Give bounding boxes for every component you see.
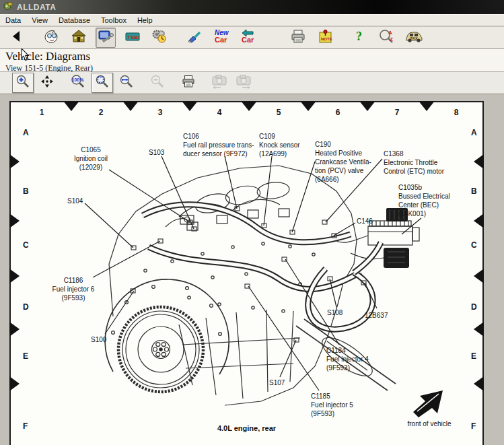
grid-marker-triangle — [474, 269, 484, 283]
grid-row-label-left: D — [23, 302, 29, 312]
zoom-width-button[interactable] — [116, 73, 137, 93]
grid-row-label-right: D — [471, 302, 477, 312]
callout-label-c1184: C1184 Fuel injector 4 (9F593) — [326, 346, 387, 372]
new-car-icon: New Car — [213, 28, 230, 47]
home-button[interactable] — [69, 28, 89, 48]
main-toolbar: TSB! — [0, 27, 504, 49]
callout-label-c1035b: C1035b Bussed Electrical Center (BEC) (1… — [398, 183, 467, 218]
grid-column-label: 3 — [158, 108, 163, 117]
grid-marker-triangle — [9, 376, 20, 391]
diagnostic-icon — [98, 28, 114, 47]
previous-car-button[interactable]: Car — [238, 28, 258, 48]
grid-row-label-right: B — [471, 186, 477, 196]
grid-row-label-right: F — [471, 421, 476, 431]
vehicle-info-button[interactable] — [42, 28, 62, 48]
callout-label-s108: S108 — [327, 308, 357, 317]
grid-marker-triangle — [474, 322, 484, 337]
viewer-toolbar: 100% — [0, 72, 504, 94]
brush-icon — [186, 28, 203, 47]
previous-image-button[interactable] — [209, 73, 230, 93]
zoom-fit-button[interactable] — [92, 73, 113, 93]
back-button[interactable] — [7, 28, 27, 48]
menu-help[interactable]: Help — [132, 15, 158, 25]
callout-label-c190: C190 Heated Positive Crankcase Ventila- … — [315, 140, 384, 184]
search-az-icon: A Z — [378, 28, 396, 47]
svg-text:FAX: FAX — [410, 36, 418, 40]
grid-row-label-left: B — [23, 186, 29, 196]
grid-row-label-left: A — [23, 128, 29, 137]
new-car-button[interactable]: New Car — [211, 28, 231, 48]
callout-label-c1186: C1186 Fuel injector 6 (9F593) — [43, 276, 104, 302]
content-header: Vehicle: Diagrams View 151-5 (Engine, Re… — [0, 49, 504, 72]
previous-car-icon: Car — [240, 28, 257, 47]
notes-button[interactable]: NOTE — [315, 28, 335, 48]
callout-label-c1065: C1065 Ignition coil (12029) — [65, 145, 117, 172]
car-icon: FAX — [404, 28, 423, 47]
alldata-window: ALLDATA Data View Database Toolbox Help — [0, 0, 504, 445]
diagram-page[interactable]: 4.0L engine, rear front of vehicle 12345… — [9, 101, 484, 445]
paint-button[interactable] — [184, 28, 205, 48]
grid-marker-triangle — [63, 101, 79, 111]
menu-database[interactable]: Database — [53, 15, 96, 25]
viewer-printer-icon — [181, 74, 196, 92]
next-image-button[interactable] — [233, 73, 254, 93]
grid-column-label: 4 — [217, 108, 222, 117]
zoom-100-button[interactable]: 100% — [67, 73, 89, 93]
face-icon — [44, 28, 60, 47]
print-button[interactable] — [288, 28, 308, 48]
grid-column-label: 6 — [336, 108, 340, 117]
svg-text:100%: 100% — [72, 77, 85, 82]
grid-row-label-left: F — [23, 421, 28, 431]
grid-marker-triangle — [359, 101, 375, 111]
diagnostic-button[interactable] — [96, 28, 116, 48]
pan-button[interactable] — [36, 73, 58, 93]
camera-next-icon — [234, 73, 253, 92]
grid-column-label: 7 — [395, 108, 400, 117]
app-icon — [3, 1, 13, 13]
tsb-button[interactable]: TSB! — [122, 28, 143, 48]
gears-clock-icon — [151, 28, 168, 47]
note-icon: NOTE — [317, 28, 333, 47]
zoom-in-button[interactable] — [12, 73, 34, 93]
grid-marker-triangle — [300, 101, 316, 111]
svg-text:NOTE: NOTE — [321, 37, 332, 41]
menu-data[interactable]: Data — [0, 15, 26, 25]
svg-text:Z: Z — [390, 36, 393, 42]
help-icon: ? — [353, 28, 367, 47]
callout-label-12b637: 12B637 — [365, 311, 401, 320]
menu-view[interactable]: View — [26, 15, 53, 25]
grid-column-label: 1 — [40, 108, 44, 117]
grid-row-label-left: C — [23, 240, 29, 250]
callout-label-c1368: C1368 Electronic Throttle Control (ETC) … — [384, 149, 459, 176]
grid-marker-triangle — [474, 213, 484, 228]
zoom-100-icon: 100% — [70, 74, 86, 92]
vehicle-report-button[interactable]: FAX — [404, 28, 424, 48]
back-arrow-icon — [9, 29, 24, 46]
grid-marker-triangle — [474, 376, 484, 391]
pan-icon — [40, 74, 55, 92]
help-button[interactable]: ? — [350, 28, 370, 48]
menu-bar: Data View Database Toolbox Help — [0, 14, 504, 26]
grid-marker-triangle — [182, 101, 198, 111]
grid-row-label-right: E — [471, 351, 476, 361]
zoom-width-icon — [119, 74, 134, 92]
grid-marker-triangle — [122, 101, 139, 111]
grid-marker-triangle — [419, 101, 435, 111]
page-title: Vehicle: Diagrams — [5, 50, 504, 63]
callout-label-s107: S107 — [269, 378, 299, 387]
viewer-print-button[interactable] — [178, 73, 199, 93]
diagram-viewport: 4.0L engine, rear front of vehicle 12345… — [0, 94, 504, 445]
zoom-out-button[interactable] — [147, 73, 168, 93]
grid-column-label: 5 — [277, 108, 281, 117]
svg-text:A: A — [388, 30, 392, 36]
grid-column-label: 8 — [454, 108, 459, 117]
grid-row-label-right: A — [471, 128, 477, 137]
title-bar: ALLDATA — [0, 0, 504, 14]
front-of-vehicle-label: front of vehicle — [392, 420, 467, 427]
camera-previous-icon — [210, 73, 229, 92]
menu-toolbox[interactable]: Toolbox — [96, 15, 132, 25]
service-schedule-button[interactable] — [149, 28, 170, 48]
grid-marker-triangle — [241, 101, 257, 111]
search-az-button[interactable]: A Z — [377, 28, 397, 48]
svg-text:TSB!: TSB! — [127, 34, 140, 40]
